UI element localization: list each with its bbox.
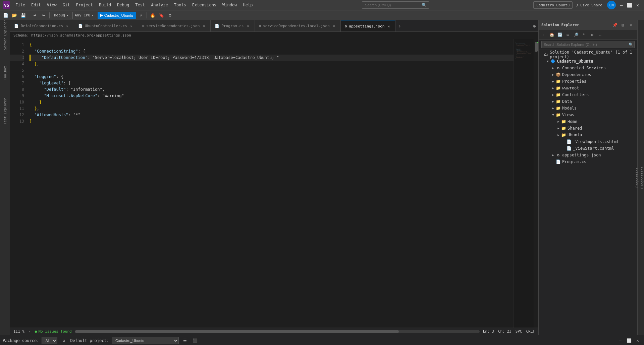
separator-3 (147, 12, 147, 18)
editor-scrollbar[interactable] (534, 39, 538, 328)
pkg-clear-btn[interactable]: ☰ (181, 337, 189, 344)
tree-item[interactable]: ▶📁Ubuntu (539, 132, 637, 138)
se-home-button[interactable]: 🏠 (548, 31, 555, 38)
menu-analyze[interactable]: Analyze (148, 2, 171, 8)
properties-label[interactable]: Properties (635, 165, 639, 190)
se-search-icon: 🔍 (629, 43, 633, 47)
pkg-stop-btn[interactable]: ⬛ (192, 337, 199, 344)
se-back-button[interactable]: ← (540, 31, 547, 38)
new-project-icon[interactable]: 📄 (2, 12, 9, 19)
se-search: 🔍 (539, 40, 637, 50)
tab-defalt-connection[interactable]: 📄 DefaltConnection.cs ✕ (10, 20, 74, 32)
tree-item[interactable]: 🗂Solution 'Cadastro_Ubuntu' (1 of 1 proj… (539, 51, 637, 58)
menu-edit[interactable]: Edit (29, 2, 44, 8)
zoom-level[interactable]: 111 % (13, 329, 24, 334)
pkg-source-select[interactable]: All (42, 337, 57, 344)
se-settings-button[interactable]: ⚙ (588, 31, 596, 38)
server-explorer-tab[interactable]: Server Explorer (1, 21, 9, 48)
bookmark-icon[interactable]: 🔖 (158, 12, 165, 19)
se-search-input[interactable] (541, 41, 635, 48)
menu-debug[interactable]: Debug (114, 2, 132, 8)
menu-build[interactable]: Build (96, 2, 114, 8)
attach-debug-icon[interactable]: ⚡ (137, 12, 145, 19)
menu-tools[interactable]: Tools (171, 2, 189, 8)
open-icon[interactable]: 📂 (11, 12, 18, 19)
redo-icon[interactable]: ↪ (40, 12, 47, 19)
project-selector[interactable]: Cadastro_Ubuntu (533, 1, 573, 9)
se-more-button[interactable]: … (596, 31, 604, 38)
run-button[interactable]: ▶ Cadastro_Ubuntu (98, 12, 136, 19)
hot-reload-icon[interactable]: 🔥 (149, 12, 156, 19)
debug-config-dropdown[interactable]: Debug ▾ (52, 12, 71, 19)
scroll-thumb[interactable] (535, 42, 538, 52)
tree-item[interactable]: ▶📦Dependencies (539, 71, 637, 78)
se-collapse-button[interactable]: ⊟ (619, 22, 627, 28)
se-header: Solution Explorer 📌 ⊟ ✕ (539, 20, 637, 30)
global-search-input[interactable] (362, 1, 429, 9)
menu-help[interactable]: Help (240, 2, 255, 8)
se-collapse-all-button[interactable]: ⊞ (564, 31, 572, 38)
tree-item[interactable]: ▶📁wwwroot (539, 85, 637, 91)
horizontal-scrollbar[interactable] (75, 330, 480, 333)
tab-list-button[interactable]: ⊕ (530, 20, 538, 32)
menu-extensions[interactable]: Extensions (190, 2, 219, 8)
tab-service-deps-local[interactable]: ⚙ serviceDependencies.local.json ✕ (255, 20, 341, 32)
tree-item[interactable]: ▶⚙Connected Services (539, 65, 637, 71)
toolbox-tab[interactable]: Toolbox (1, 60, 9, 86)
tree-item[interactable]: 📄Program.cs (539, 158, 637, 165)
settings-icon[interactable]: ⚙ (166, 12, 174, 19)
tab-ubuntu-controller[interactable]: 📄 UbuntuController.cs ✕ (74, 20, 138, 32)
test-explorer-tab[interactable]: Test Explorer (1, 98, 9, 125)
se-pin-button[interactable]: 📌 (611, 22, 619, 28)
save-all-icon[interactable]: 💾 (19, 12, 27, 19)
tab-close-0[interactable]: ✕ (65, 24, 70, 28)
se-close-button[interactable]: ✕ (627, 22, 635, 28)
cursor-col: Ch: 23 (498, 329, 512, 334)
diagnostics-label[interactable]: Diagnostics (640, 164, 644, 191)
menu-project[interactable]: Project (73, 2, 96, 8)
tab-close-4[interactable]: ✕ (332, 24, 336, 28)
menu-test[interactable]: Test (132, 2, 148, 8)
tree-item[interactable]: ▶📁Home (539, 118, 637, 125)
tree-item[interactable]: ▶📁Data (539, 98, 637, 105)
tree-item[interactable]: ▶⚙appsettings.json (539, 152, 637, 158)
close-button[interactable]: ✕ (634, 1, 641, 9)
pkg-settings-btn[interactable]: ⚙ (60, 337, 67, 344)
code-content[interactable]: { "ConnectionString": { "DefaultConnecti… (27, 39, 514, 328)
tab-close-3[interactable]: ✕ (246, 24, 251, 28)
tree-item[interactable]: ▶📁Properties (539, 78, 637, 85)
menu-file[interactable]: File (13, 2, 28, 8)
panel-minimize-btn[interactable]: – (616, 337, 624, 344)
se-refresh-button[interactable]: 🔄 (556, 31, 564, 38)
maximize-button[interactable]: ⬜ (626, 1, 633, 9)
change-indicator (537, 42, 538, 43)
tree-item[interactable]: 📄_ViewImports.cshtml (539, 138, 637, 145)
se-git-button[interactable]: ⑂ (580, 31, 588, 38)
panel-float-btn[interactable]: ⬜ (625, 337, 633, 344)
tree-item[interactable]: ▼📁Views (539, 112, 637, 118)
tab-close-1[interactable]: ✕ (129, 24, 134, 28)
tab-close-5[interactable]: ✕ (386, 24, 391, 28)
platform-dropdown[interactable]: Any CPU ▾ (72, 12, 96, 19)
menu-git[interactable]: Git (60, 2, 73, 8)
svg-text:VS: VS (4, 3, 9, 8)
profile-button[interactable]: LN (607, 1, 616, 9)
tab-close-2[interactable]: ✕ (202, 24, 206, 28)
panel-close-btn[interactable]: ✕ (634, 337, 641, 344)
pkg-project-select[interactable]: Cadastro_Ubuntu (112, 337, 179, 344)
tree-item[interactable]: 📄_ViewStart.cshtml (539, 145, 637, 152)
tab-program[interactable]: 📄 Program.cs ✕ (211, 20, 255, 32)
menu-view[interactable]: View (44, 2, 59, 8)
se-filter-button[interactable]: 🔎 (572, 31, 580, 38)
tree-item[interactable]: ▶📁Models (539, 105, 637, 112)
tree-item[interactable]: ▶📁Shared (539, 125, 637, 132)
tab-scroll-right[interactable]: › (395, 20, 404, 32)
undo-icon[interactable]: ↩ (31, 12, 39, 19)
tab-service-deps[interactable]: ⚙ serviceDependencies.json ✕ (138, 20, 211, 32)
tab-appsettings[interactable]: ⚙ appsettings.json ✕ (341, 20, 396, 32)
tree-item[interactable]: ▶📁Controllers (539, 91, 637, 98)
menu-window[interactable]: Window (220, 2, 239, 8)
minimize-button[interactable]: — (618, 1, 625, 9)
issues-indicator[interactable]: ● No issues found (35, 329, 72, 334)
live-share-button[interactable]: ⚡ Live Share (573, 2, 605, 8)
